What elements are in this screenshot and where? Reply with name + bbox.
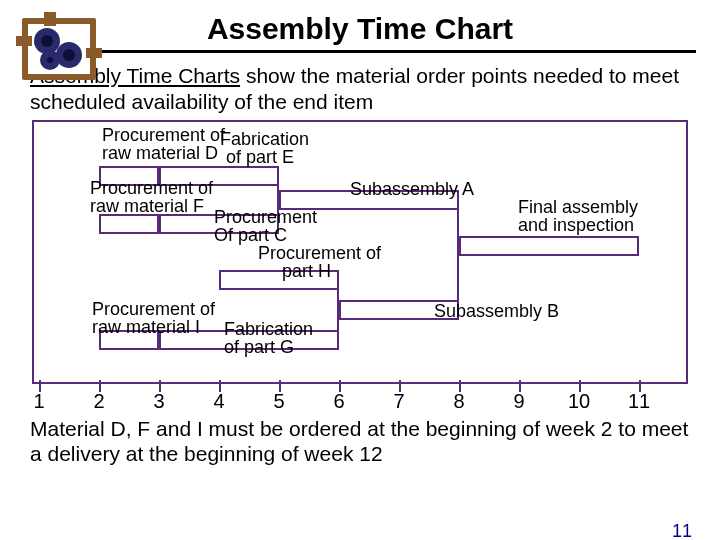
conn-a-b-to-final	[457, 190, 459, 320]
lbl-proc-c: ProcurementOf part C	[214, 208, 317, 246]
tick-label: 1	[33, 390, 44, 413]
gears-icon	[22, 18, 96, 80]
intro-text: Assembly Time Charts show the material o…	[30, 63, 690, 116]
tick-label: 8	[453, 390, 464, 413]
tick-label: 10	[568, 390, 590, 413]
lbl-fab-e: Fabricationof part E	[220, 130, 309, 168]
conn-h-g-to-b	[337, 270, 339, 350]
lbl-proc-d: Procurement ofraw material D	[102, 126, 225, 164]
lbl-proc-h: Procurement ofpart H	[258, 244, 381, 282]
tick-label: 4	[213, 390, 224, 413]
tick-label: 7	[393, 390, 404, 413]
title-rule	[24, 50, 696, 53]
lbl-final: Final assemblyand inspection	[518, 198, 638, 236]
tick-label: 11	[628, 390, 650, 413]
page-number: 11	[672, 521, 692, 540]
tick-label: 3	[153, 390, 164, 413]
bar-proc-f	[99, 214, 159, 234]
tick-label: 5	[273, 390, 284, 413]
page-title: Assembly Time Chart	[0, 12, 720, 46]
lbl-sub-b: Subassembly B	[434, 302, 559, 321]
bar-final	[459, 236, 639, 256]
x-axis: 1 2 3 4 5 6 7 8 9 10 11	[32, 390, 688, 412]
lbl-fab-g: Fabricationof part G	[224, 320, 313, 358]
lbl-proc-f: Procurement ofraw material F	[90, 179, 213, 217]
lbl-proc-i: Procurement ofraw material I	[92, 300, 215, 338]
conclusion-text: Material D, F and I must be ordered at t…	[30, 416, 690, 466]
tick-label: 9	[513, 390, 524, 413]
lbl-sub-a: Subassembly A	[350, 180, 474, 199]
tick-label: 6	[333, 390, 344, 413]
tick-label: 2	[93, 390, 104, 413]
assembly-time-chart: Procurement ofraw material D Fabrication…	[32, 120, 688, 384]
